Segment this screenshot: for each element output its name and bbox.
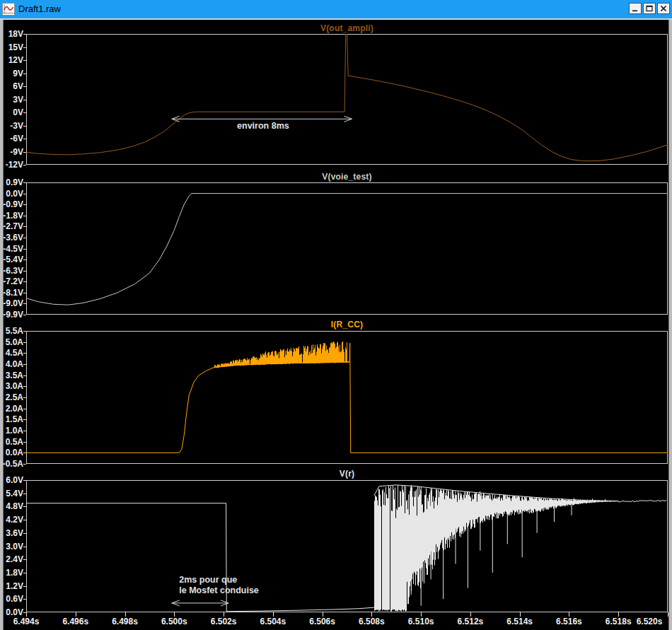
y-tick-mark [23,533,26,534]
annotation-text: le Mosfet conduise [179,585,259,595]
window-right-border [668,20,672,630]
x-tick-label: 6.512s [451,617,490,626]
pane-plot-3[interactable]: 2ms pour quele Mosfet conduise [26,480,668,612]
x-tick-label: 6.516s [549,617,589,626]
x-tick-label: 6.494s [6,617,46,626]
maximize-button[interactable] [643,3,656,14]
y-tick-label: 2.0A [0,404,23,414]
y-tick-mark [23,34,26,35]
y-tick-label: -6V [0,134,23,144]
y-tick-label: 0.0A [0,448,23,457]
y-tick-mark [23,271,26,272]
x-tick-label: 6.514s [500,617,540,626]
y-tick-mark [23,281,26,282]
minimize-icon [632,5,639,12]
y-tick-label: 2.4V [0,555,23,564]
y-tick-mark [23,342,26,343]
y-tick-mark [23,216,26,216]
y-tick-mark [23,86,26,87]
y-tick-label: -3.6V [0,233,23,243]
x-tick-label: 6.496s [56,617,95,626]
y-tick-mark [23,100,26,100]
title-bar[interactable]: Draft1.raw [0,0,672,20]
pane-plot-1[interactable] [26,182,668,315]
waveform-app-icon [2,3,15,16]
y-tick-label: -9V [0,148,23,157]
x-tick-label: 6.498s [105,617,145,626]
y-tick-label: 0V [0,108,23,117]
y-tick-mark [23,464,26,465]
y-tick-mark [23,126,26,127]
y-tick-label: -7.2V [0,277,23,286]
y-tick-mark [23,520,26,520]
pane-title-0: V(out_ampli) [26,23,668,33]
annotation-text: 2ms pour que [179,575,237,585]
y-tick-mark [23,397,26,398]
y-tick-label: 4.8V [0,502,23,511]
pane-title-2: I(R_CC) [26,320,668,329]
y-tick-label: 5.5A [0,327,23,336]
y-tick-mark [23,303,26,304]
x-tick-label: 6.504s [253,617,293,626]
y-tick-label: -9.9V [0,310,23,320]
y-tick-label: 5.0A [0,338,23,347]
y-tick-label: 18V [0,30,23,39]
y-tick-label: 3V [0,95,23,105]
y-tick-mark [23,139,26,139]
y-tick-mark [23,599,26,600]
y-tick-mark [23,226,26,227]
y-tick-label: 0.5A [0,438,23,447]
y-tick-mark [23,293,26,293]
y-tick-mark [23,442,26,443]
y-tick-mark [23,375,26,376]
y-tick-mark [23,480,26,481]
y-tick-mark [23,353,26,354]
y-tick-label: -12V [0,161,23,170]
ltspice-window: Draft1.raw V(out_ampli) V(voie_test [0,0,672,630]
y-tick-mark [23,259,26,260]
y-tick-mark [23,60,26,61]
y-tick-label: 2.5A [0,393,23,402]
y-tick-mark [23,547,26,547]
y-tick-label: 3.0V [0,542,23,552]
y-tick-label: 0.6V [0,595,23,604]
x-tick-label: 6.520s [630,617,669,626]
y-tick-label: 0.9V [0,178,23,187]
x-tick-label: 6.508s [352,617,391,626]
y-tick-label: 3.5A [0,371,23,380]
close-button[interactable] [657,3,670,14]
minimize-button[interactable] [629,3,642,14]
y-tick-mark [23,194,26,194]
y-tick-label: 6V [0,82,23,91]
y-tick-label: 1.5A [0,415,23,424]
pane-plot-2[interactable] [26,331,668,464]
y-tick-label: -8.1V [0,288,23,298]
y-tick-mark [23,494,26,494]
y-tick-label: 12V [0,56,23,65]
pane-title-3: V(r) [26,469,668,479]
y-tick-mark [23,506,26,507]
y-tick-mark [23,386,26,387]
y-tick-label: -3V [0,122,23,131]
annotation-text: environ 8ms [237,121,289,131]
y-tick-label: 1.8V [0,568,23,578]
window-title: Draft1.raw [18,0,61,18]
pane-plot-0[interactable]: environ 8ms [26,34,668,165]
y-tick-mark [23,182,26,183]
y-tick-label: -2.7V [0,222,23,231]
y-tick-label: -9.0V [0,299,23,308]
x-tick-label: 6.510s [401,617,441,626]
y-tick-label: 4.2V [0,515,23,525]
y-tick-mark [23,315,26,315]
y-tick-label: 9V [0,69,23,78]
x-tick-label: 6.500s [154,617,194,626]
y-tick-label: -4.5V [0,245,23,254]
y-tick-mark [23,165,26,165]
y-tick-label: -0.5A [0,460,23,469]
y-tick-mark [23,112,26,113]
y-tick-label: 3.6V [0,529,23,538]
y-tick-mark [23,249,26,250]
window-controls [629,3,670,14]
y-tick-mark [23,559,26,560]
y-tick-mark [23,431,26,431]
